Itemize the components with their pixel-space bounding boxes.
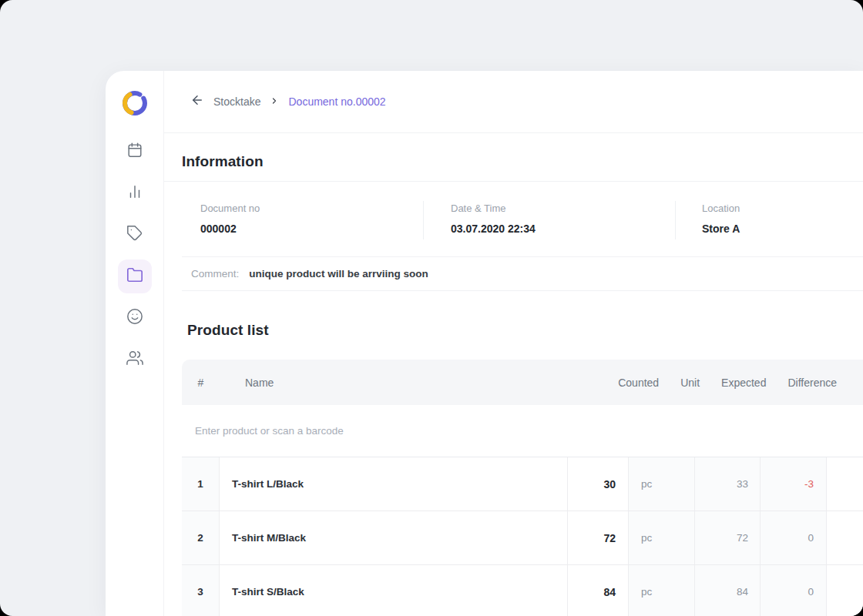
users-icon — [126, 350, 143, 370]
name-cell: T-shirt S/Black — [220, 565, 568, 616]
comment-label: Comment: — [191, 268, 239, 280]
row-number-cell: 3 — [182, 565, 220, 616]
empty-cell — [827, 565, 863, 616]
breadcrumb: Stocktake Document no.00002 — [164, 71, 863, 133]
column-header-name: Name — [220, 377, 618, 389]
difference-cell: -3 — [761, 457, 827, 511]
field-location: Location Store A — [702, 182, 863, 256]
unit-cell: pc — [629, 457, 695, 511]
table-row[interactable]: 3 T-shirt S/Black 84 pc 84 0 — [182, 565, 863, 616]
empty-cell — [827, 511, 863, 564]
arrow-left-icon — [190, 93, 204, 110]
empty-cell — [827, 457, 863, 511]
column-header-counted: Counted — [618, 377, 659, 389]
expected-cell: 84 — [695, 565, 761, 616]
counted-cell[interactable]: 72 — [568, 511, 629, 564]
sidebar-item-tags[interactable] — [118, 218, 152, 252]
field-label: Location — [702, 203, 863, 214]
name-cell: T-shirt M/Black — [220, 511, 568, 564]
sidebar-nav — [118, 135, 152, 377]
field-divider — [675, 201, 676, 239]
difference-cell: 0 — [761, 565, 827, 616]
field-label: Date & Time — [451, 203, 675, 214]
column-header-num: # — [182, 377, 220, 389]
field-document-no: Document no 000002 — [200, 182, 423, 256]
counted-cell[interactable]: 84 — [568, 565, 629, 616]
field-value: 000002 — [200, 223, 423, 235]
field-value: 03.07.2020 22:34 — [451, 223, 675, 235]
counted-cell[interactable]: 30 — [568, 457, 629, 511]
row-number-cell: 2 — [182, 511, 220, 564]
bar-chart-icon — [126, 183, 143, 203]
product-list-title: Product list — [187, 322, 863, 339]
sidebar-item-documents[interactable] — [118, 259, 152, 293]
calendar-icon — [126, 142, 143, 162]
tag-icon — [126, 225, 143, 245]
table-row[interactable]: 2 T-shirt M/Black 72 pc 72 0 — [182, 511, 863, 565]
field-divider — [423, 201, 424, 239]
information-fields: Document no 000002 Date & Time 03.07.202… — [164, 182, 863, 256]
back-button[interactable] — [190, 93, 204, 110]
product-search-input[interactable] — [182, 405, 863, 457]
column-header-difference: Difference — [787, 377, 837, 389]
product-search-row — [182, 405, 863, 457]
field-value: Store A — [702, 223, 863, 235]
main-panel: Stocktake Document no.00002 Information … — [106, 71, 863, 616]
information-title: Information — [182, 153, 863, 170]
sidebar-item-users[interactable] — [118, 343, 152, 377]
table-row[interactable]: 1 T-shirt L/Black 30 pc 33 -3 — [182, 457, 863, 511]
product-list-header: Product list — [187, 322, 863, 339]
sidebar — [106, 71, 164, 616]
table-header: # Name Counted Unit Expected Difference — [182, 360, 863, 405]
divider — [182, 290, 863, 291]
breadcrumb-current[interactable]: Document no.00002 — [288, 95, 385, 108]
field-label: Document no — [200, 203, 423, 214]
difference-cell: 0 — [761, 511, 827, 564]
content-area: Stocktake Document no.00002 Information … — [164, 71, 863, 616]
comment-row: Comment: unique product will be arrviing… — [164, 257, 863, 290]
name-cell: T-shirt L/Black — [220, 457, 568, 511]
chevron-right-icon — [270, 95, 279, 109]
column-header-unit: Unit — [680, 377, 700, 389]
unit-cell: pc — [629, 511, 695, 564]
product-table: # Name Counted Unit Expected Difference … — [182, 360, 863, 616]
app-canvas: Stocktake Document no.00002 Information … — [0, 0, 863, 616]
expected-cell: 33 — [695, 457, 761, 511]
row-number-cell: 1 — [182, 457, 220, 511]
column-header-expected: Expected — [721, 377, 766, 389]
folder-icon — [126, 266, 143, 286]
sidebar-item-customers[interactable] — [118, 301, 152, 335]
comment-value: unique product will be arrviing soon — [249, 268, 428, 280]
sidebar-item-analytics[interactable] — [118, 176, 152, 210]
unit-cell: pc — [629, 565, 695, 616]
column-header-group: Counted Unit Expected Difference — [618, 377, 863, 389]
smile-icon — [126, 308, 143, 328]
field-date-time: Date & Time 03.07.2020 22:34 — [451, 182, 675, 256]
expected-cell: 72 — [695, 511, 761, 564]
sidebar-item-calendar[interactable] — [118, 135, 152, 169]
brand-ring-logo — [120, 89, 149, 118]
breadcrumb-parent[interactable]: Stocktake — [213, 95, 260, 108]
information-header: Information — [164, 133, 863, 182]
